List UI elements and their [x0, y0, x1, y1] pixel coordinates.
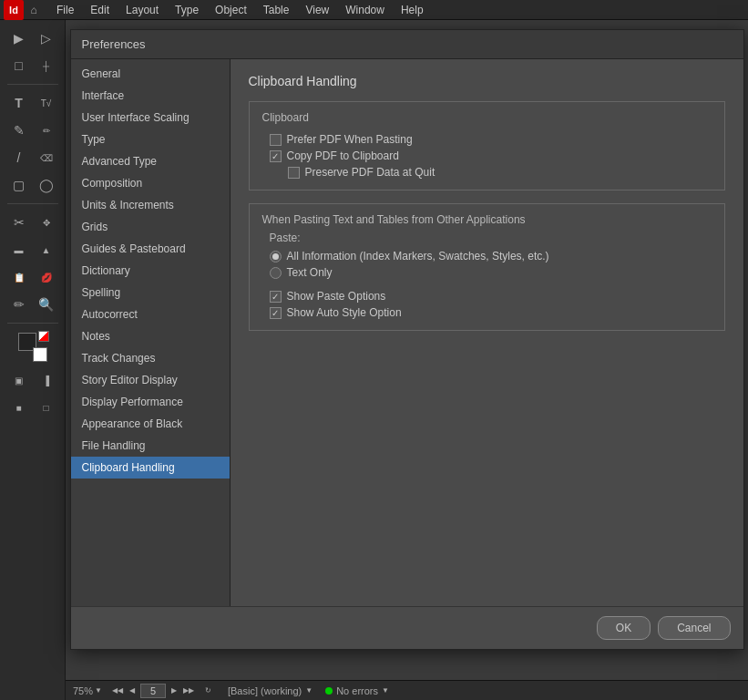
nav-item-notes[interactable]: Notes — [71, 325, 230, 347]
zoom-dropdown-icon[interactable]: ▼ — [95, 686, 102, 695]
tool-gap[interactable]: ┼ — [34, 53, 59, 78]
show-auto-style-checkbox[interactable] — [270, 307, 282, 319]
tool-pencil[interactable]: ✏ — [34, 118, 59, 143]
tool-pen[interactable]: ✎ — [6, 118, 32, 143]
profile-dropdown-icon[interactable]: ▼ — [305, 686, 313, 695]
ok-button[interactable]: OK — [597, 616, 651, 640]
menu-object[interactable]: Object — [208, 2, 254, 18]
menu-view[interactable]: View — [298, 2, 336, 18]
view-mode-slug[interactable]: □ — [34, 395, 59, 420]
menu-file[interactable]: File — [49, 2, 81, 18]
errors-dropdown-icon[interactable]: ▼ — [382, 686, 389, 695]
prefer-pdf-row: Prefer PDF When Pasting — [270, 131, 712, 148]
status-profile: [Basic] (working) ▼ — [228, 685, 313, 696]
tool-rect-frame[interactable]: ⌫ — [34, 145, 59, 170]
nav-item-clipboard[interactable]: Clipboard Handling — [71, 457, 230, 479]
nav-item-ui_scaling[interactable]: User Interface Scaling — [71, 107, 230, 129]
status-zoom: 75% ▼ — [73, 685, 102, 696]
tool-direct-select[interactable]: ▷ — [34, 26, 59, 51]
copy-pdf-row: Copy PDF to Clipboard — [270, 148, 712, 164]
nav-item-advanced_type[interactable]: Advanced Type — [71, 150, 230, 172]
tool-select[interactable]: ▶ — [6, 26, 32, 51]
tool-zoom[interactable]: 🔍 — [34, 292, 59, 317]
dialog-footer: OK Cancel — [71, 606, 743, 649]
show-paste-options-checkbox[interactable] — [270, 291, 282, 303]
nav-prev[interactable]: ◀ — [126, 685, 138, 697]
menu-type[interactable]: Type — [168, 2, 206, 18]
view-mode-normal[interactable]: ▣ — [6, 367, 32, 393]
nav-item-display_perf[interactable]: Display Performance — [71, 391, 230, 413]
preserve-pdf-checkbox[interactable] — [288, 167, 300, 179]
dialog-title: Preferences — [71, 30, 743, 59]
view-mode-preview[interactable]: ▐ — [34, 367, 59, 393]
nav-item-composition[interactable]: Composition — [71, 172, 230, 194]
nav-item-type[interactable]: Type — [71, 129, 230, 150]
nav-item-dictionary[interactable]: Dictionary — [71, 260, 230, 282]
text-only-radio[interactable] — [270, 267, 282, 279]
menu-table[interactable]: Table — [256, 2, 297, 18]
toolbar-left: ▶ ▷ □ ┼ T T√ ✎ ✏ / ⌫ ▢ ◯ — [0, 20, 66, 700]
tool-scissors[interactable]: ✂ — [6, 210, 32, 235]
swap-icon[interactable] — [38, 331, 49, 342]
tool-rect[interactable]: ▢ — [6, 172, 32, 198]
nav-item-general[interactable]: General — [71, 63, 230, 85]
menu-items: File Edit Layout Type Object Table View … — [49, 2, 431, 18]
preserve-pdf-label: Preserve PDF Data at Quit — [305, 166, 435, 179]
view-mode-bleed[interactable]: ■ — [6, 395, 32, 420]
tool-page[interactable]: □ — [6, 53, 32, 78]
text-only-label: Text Only — [287, 266, 333, 279]
tool-ellipse[interactable]: ◯ — [34, 172, 59, 198]
cancel-button[interactable]: Cancel — [658, 616, 730, 640]
nav-next[interactable]: ▶ — [168, 685, 180, 697]
tool-free-transform[interactable]: ✥ — [34, 210, 59, 235]
tool-eyedropper[interactable]: 💋 — [34, 264, 59, 290]
tool-type[interactable]: T — [6, 90, 32, 116]
nav-item-file_handling[interactable]: File Handling — [71, 435, 230, 457]
all-info-radio[interactable] — [270, 251, 282, 262]
status-nav: ◀◀ ◀ 5 ▶ ▶▶ — [111, 684, 195, 698]
nav-last[interactable]: ▶▶ — [182, 685, 195, 697]
nav-item-spelling[interactable]: Spelling — [71, 282, 230, 304]
stroke-swatch[interactable] — [33, 347, 47, 362]
prefer-pdf-checkbox[interactable] — [270, 134, 282, 146]
home-icon[interactable]: ⌂ — [26, 2, 42, 18]
status-indicator — [325, 687, 333, 695]
errors-text: No errors — [336, 685, 378, 696]
profile-value[interactable]: [Basic] (working) — [228, 685, 302, 696]
nav-refresh[interactable]: ↻ — [202, 685, 215, 697]
pref-content: Clipboard Handling Clipboard Prefer PDF … — [231, 59, 743, 606]
nav-item-story_editor[interactable]: Story Editor Display — [71, 369, 230, 391]
menu-edit[interactable]: Edit — [83, 2, 117, 18]
zoom-value: 75% — [73, 685, 93, 696]
tool-gradient-swatch[interactable]: ▬ — [6, 237, 32, 262]
app-logo: Id — [4, 0, 24, 20]
status-errors: No errors ▼ — [325, 685, 389, 696]
nav-first[interactable]: ◀◀ — [111, 685, 124, 697]
tool-note[interactable]: 📋 — [6, 264, 32, 290]
all-info-label: All Information (Index Markers, Swatches… — [287, 250, 549, 262]
tool-hand[interactable]: ✏ — [6, 292, 32, 317]
text-only-row: Text Only — [270, 264, 712, 281]
copy-pdf-label: Copy PDF to Clipboard — [287, 149, 399, 162]
show-paste-options-row: Show Paste Options — [270, 288, 712, 304]
nav-item-appearance[interactable]: Appearance of Black — [71, 413, 230, 435]
show-auto-style-row: Show Auto Style Option — [270, 304, 712, 321]
menu-bar: Id ⌂ File Edit Layout Type Object Table … — [0, 0, 748, 20]
pref-nav: GeneralInterfaceUser Interface ScalingTy… — [71, 59, 231, 606]
tool-gradient-feather[interactable]: ▲ — [34, 237, 59, 262]
preserve-pdf-row: Preserve PDF Data at Quit — [288, 164, 712, 180]
nav-item-grids[interactable]: Grids — [71, 216, 230, 238]
menu-help[interactable]: Help — [394, 2, 431, 18]
nav-item-autocorrect[interactable]: Autocorrect — [71, 304, 230, 325]
menu-window[interactable]: Window — [338, 2, 392, 18]
show-auto-style-label: Show Auto Style Option — [287, 306, 402, 319]
tool-type-path[interactable]: T√ — [34, 90, 59, 116]
nav-item-guides[interactable]: Guides & Pasteboard — [71, 238, 230, 260]
tool-line[interactable]: / — [6, 145, 32, 170]
nav-item-units[interactable]: Units & Increments — [71, 194, 230, 216]
page-number[interactable]: 5 — [140, 684, 166, 698]
menu-layout[interactable]: Layout — [118, 2, 166, 18]
copy-pdf-checkbox[interactable] — [270, 150, 282, 162]
nav-item-track_changes[interactable]: Track Changes — [71, 347, 230, 369]
nav-item-interface[interactable]: Interface — [71, 85, 230, 107]
